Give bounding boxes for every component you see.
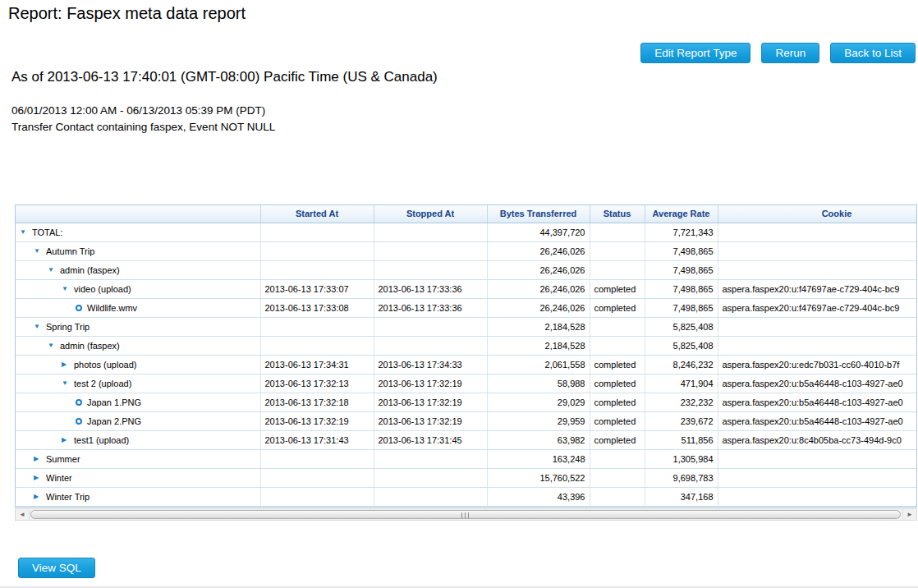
scrollbar-thumb[interactable] [30, 510, 901, 519]
tree-cell: Japan 1.PNG [16, 393, 260, 411]
rerun-button[interactable]: Rerun [761, 43, 819, 63]
tree-cell: ▼TOTAL: [16, 223, 260, 241]
collapse-node-icon[interactable]: ▼ [34, 323, 44, 330]
leaf-node-icon [76, 418, 82, 425]
report-grid: Started At Stopped At Bytes Transferred … [15, 204, 917, 508]
node-label: TOTAL: [32, 227, 63, 237]
status-cell [590, 260, 645, 279]
stopped-at-cell: 2013-06-13 17:32:19 [374, 411, 487, 430]
status-cell [590, 241, 645, 260]
table-row[interactable]: ▶Summer163,2481,305,984 [16, 449, 917, 468]
cookie-cell: aspera.faspex20:u:f47697ae-c729-404c-bc9 [718, 279, 917, 298]
expand-node-icon[interactable]: ▶ [62, 436, 71, 443]
edit-report-type-button[interactable]: Edit Report Type [640, 43, 750, 63]
node-label: Spring Trip [46, 322, 90, 332]
table-row[interactable]: Japan 1.PNG2013-06-13 17:32:182013-06-13… [16, 393, 917, 411]
horizontal-scrollbar[interactable]: ◄ ► [15, 508, 917, 521]
stopped-at-cell [374, 223, 487, 241]
node-label: test1 (upload) [74, 435, 129, 445]
tree-cell: ▼video (upload) [16, 279, 260, 298]
page-title: Report: Faspex meta data report [8, 4, 246, 23]
column-header-stopped-at[interactable]: Stopped At [374, 205, 487, 223]
stopped-at-cell: 2013-06-13 17:34:33 [374, 355, 487, 374]
node-label: Wildlife.wmv [87, 303, 137, 313]
stopped-at-cell [374, 487, 487, 506]
expand-node-icon[interactable]: ▶ [62, 361, 71, 368]
started-at-cell [260, 241, 374, 260]
table-row[interactable]: ▼admin (faspex)2,184,5285,825,408 [16, 336, 917, 355]
collapse-node-icon[interactable]: ▼ [62, 285, 71, 292]
report-filter-criteria: Transfer Contact containing faspex, Even… [11, 121, 275, 133]
cookie-cell [718, 487, 917, 506]
collapse-node-icon[interactable]: ▼ [48, 266, 57, 273]
average-rate-cell: 7,721,343 [645, 223, 718, 241]
column-header-average-rate[interactable]: Average Rate [645, 205, 718, 223]
bytes-transferred-cell: 26,246,026 [487, 241, 590, 260]
scrollbar-grip-icon [461, 512, 469, 518]
table-row[interactable]: ▼admin (faspex)26,246,0267,498,865 [16, 260, 917, 279]
status-cell: completed [590, 393, 645, 411]
expand-node-icon[interactable]: ▶ [34, 455, 44, 462]
table-row[interactable]: ▶photos (upload)2013-06-13 17:34:312013-… [16, 355, 917, 374]
started-at-cell: 2013-06-13 17:34:31 [260, 355, 374, 374]
table-row[interactable]: ▼Autumn Trip26,246,0267,498,865 [16, 241, 917, 260]
column-header-started-at[interactable]: Started At [260, 205, 374, 223]
table-row[interactable]: ▶Winter15,760,5229,698,783 [16, 468, 917, 487]
started-at-cell: 2013-06-13 17:33:08 [260, 298, 374, 317]
collapse-node-icon[interactable]: ▼ [48, 342, 57, 349]
column-header-status[interactable]: Status [590, 205, 645, 223]
started-at-cell [260, 468, 374, 487]
node-label: video (upload) [74, 284, 131, 294]
table-row[interactable]: ▼test 2 (upload)2013-06-13 17:32:132013-… [16, 374, 917, 393]
leaf-node-icon [76, 399, 82, 406]
bytes-transferred-cell: 26,246,026 [487, 279, 590, 298]
stopped-at-cell [374, 449, 487, 468]
cookie-cell: aspera.faspex20:u:8c4b05ba-cc73-494d-9c0 [718, 430, 917, 449]
table-row[interactable]: Wildlife.wmv2013-06-13 17:33:082013-06-1… [16, 298, 917, 317]
cookie-cell: aspera.faspex20:u:b5a46448-c103-4927-ae0 [718, 374, 917, 393]
status-cell: completed [590, 374, 645, 393]
table-row[interactable]: ▶Winter Trip43,396347,168 [16, 487, 917, 506]
bytes-transferred-cell: 29,959 [487, 411, 590, 430]
table-row[interactable]: ▼Spring Trip2,184,5285,825,408 [16, 317, 917, 336]
scroll-left-arrow-icon[interactable]: ◄ [16, 509, 30, 520]
node-label: Japan 2.PNG [87, 416, 141, 426]
view-sql-button[interactable]: View SQL [18, 558, 95, 578]
started-at-cell [260, 449, 374, 468]
stopped-at-cell: 2013-06-13 17:32:19 [374, 374, 487, 393]
stopped-at-cell [374, 317, 487, 336]
started-at-cell: 2013-06-13 17:32:13 [260, 374, 374, 393]
collapse-node-icon[interactable]: ▼ [34, 247, 44, 255]
tree-cell: ▼test 2 (upload) [16, 374, 260, 393]
table-row[interactable]: ▶test1 (upload)2013-06-13 17:31:432013-0… [16, 430, 917, 449]
toolbar: Edit Report Type Rerun Back to List [640, 43, 916, 63]
bytes-transferred-cell: 43,396 [487, 487, 590, 506]
footer: View SQL [18, 558, 95, 578]
table-row[interactable]: Japan 2.PNG2013-06-13 17:32:192013-06-13… [16, 411, 917, 430]
collapse-node-icon[interactable]: ▼ [20, 228, 30, 236]
status-cell: completed [590, 430, 645, 449]
bytes-transferred-cell: 2,061,558 [487, 355, 590, 374]
back-to-list-button[interactable]: Back to List [830, 43, 916, 63]
tree-cell: ▶Winter Trip [16, 487, 260, 506]
table-row[interactable]: ▼video (upload)2013-06-13 17:33:072013-0… [16, 279, 917, 298]
column-header-bytes-transferred[interactable]: Bytes Transferred [487, 205, 590, 223]
table-row[interactable]: ▼TOTAL:44,397,7207,721,343 [16, 223, 917, 241]
expand-node-icon[interactable]: ▶ [34, 493, 44, 500]
node-label: Japan 1.PNG [87, 397, 141, 407]
column-header-cookie[interactable]: Cookie [718, 205, 917, 223]
column-header-tree[interactable] [16, 205, 260, 223]
status-cell [590, 468, 645, 487]
collapse-node-icon[interactable]: ▼ [62, 379, 71, 387]
started-at-cell: 2013-06-13 17:31:43 [260, 430, 374, 449]
node-label: Winter Trip [46, 492, 90, 502]
average-rate-cell: 1,305,984 [645, 449, 718, 468]
expand-node-icon[interactable]: ▶ [34, 474, 44, 481]
scroll-right-arrow-icon[interactable]: ► [902, 509, 916, 520]
node-label: photos (upload) [74, 360, 136, 370]
status-cell [590, 487, 645, 506]
started-at-cell [260, 487, 374, 506]
tree-cell: ▶photos (upload) [16, 355, 260, 374]
tree-cell: ▼admin (faspex) [16, 336, 260, 355]
average-rate-cell: 239,672 [645, 411, 718, 430]
